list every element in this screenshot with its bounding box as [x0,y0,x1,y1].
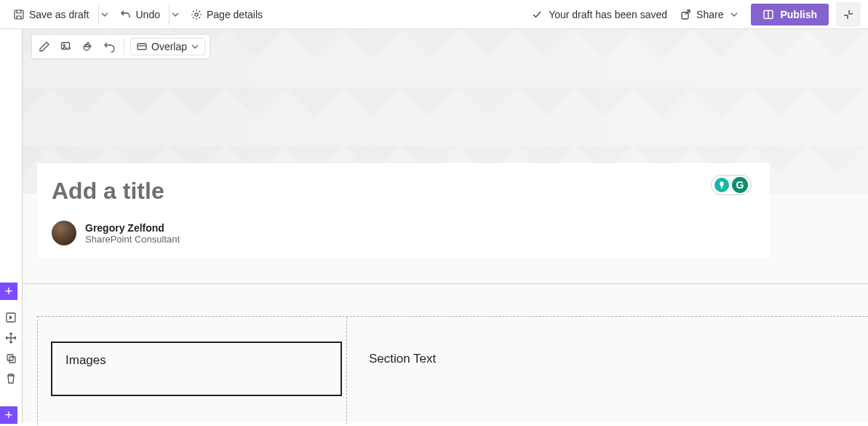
images-webpart-label: Images [65,353,106,368]
svg-rect-12 [7,355,13,360]
save-status: Your draft has been saved [531,9,667,20]
chevron-down-icon [730,11,738,18]
undo-chevron[interactable] [169,4,182,25]
undo-icon [120,9,132,20]
share-label: Share [696,9,723,20]
column-1[interactable]: Images [38,317,347,426]
page-editor: Overlap Add a title G Gregory Zelfond Sh… [22,29,868,422]
collapse-button[interactable] [836,2,861,27]
save-as-draft-chevron[interactable] [98,4,111,25]
publish-button[interactable]: Publish [751,4,829,25]
title-placeholder[interactable]: Add a title [52,178,755,205]
layout-overlap-dropdown[interactable]: Overlap [130,38,205,55]
shapes-icon[interactable] [80,39,96,55]
svg-point-1 [195,12,198,15]
checkmark-icon [531,9,543,20]
column-2[interactable]: Section Text [347,317,868,426]
collapse-icon [843,9,854,20]
edit-icon[interactable] [36,39,52,55]
section-rail: + + [0,283,20,424]
section-text-label: Section Text [369,342,846,366]
publish-label: Publish [780,9,817,20]
add-section-top-button[interactable]: + [0,283,17,300]
grammarly-icon: G [732,177,748,193]
undo-label: Undo [136,9,160,20]
toolbar-separator [124,39,124,55]
chevron-down-icon [191,43,199,50]
undo-button[interactable]: Undo [114,6,166,23]
panel-icon [763,9,774,20]
reset-icon[interactable] [102,39,118,55]
lightbulb-icon [714,178,729,192]
svg-point-7 [84,44,89,50]
section-divider [23,283,868,284]
writing-assist-badge[interactable]: G [711,175,752,195]
author-block: Gregory Zelfond SharePoint Consultant [52,221,755,245]
save-as-draft-label: Save as draft [29,9,89,20]
hero-toolbar: Overlap [31,34,210,59]
image-edit-icon[interactable] [58,39,74,55]
svg-rect-13 [9,357,15,363]
title-area: Add a title G Gregory Zelfond SharePoint… [37,163,770,259]
images-webpart[interactable]: Images [51,342,342,396]
svg-rect-8 [138,44,146,50]
save-as-draft-button[interactable]: Save as draft [7,6,95,23]
avatar [52,221,76,245]
share-icon [680,9,692,20]
save-icon [13,9,25,20]
add-section-bottom-button[interactable]: + [0,406,17,424]
svg-rect-10 [721,187,723,189]
top-command-bar: Save as draft Undo Page details [0,0,868,29]
layout-icon [137,42,147,52]
duplicate-section-icon[interactable] [2,350,20,367]
page-details-label: Page details [207,9,263,20]
share-button[interactable]: Share [674,6,744,23]
two-column-section: Images Section Text [37,316,868,426]
svg-point-6 [63,44,65,46]
gear-icon [191,9,202,20]
move-section-icon[interactable] [2,329,20,347]
save-status-label: Your draft has been saved [549,9,667,20]
author-name: Gregory Zelfond [85,222,180,234]
svg-rect-0 [15,10,23,19]
overlap-label: Overlap [151,41,187,52]
author-role: SharePoint Consultant [85,234,180,245]
delete-section-icon[interactable] [2,370,20,387]
svg-rect-2 [682,12,688,19]
page-details-button[interactable]: Page details [185,6,268,23]
edit-section-icon[interactable] [2,309,20,326]
